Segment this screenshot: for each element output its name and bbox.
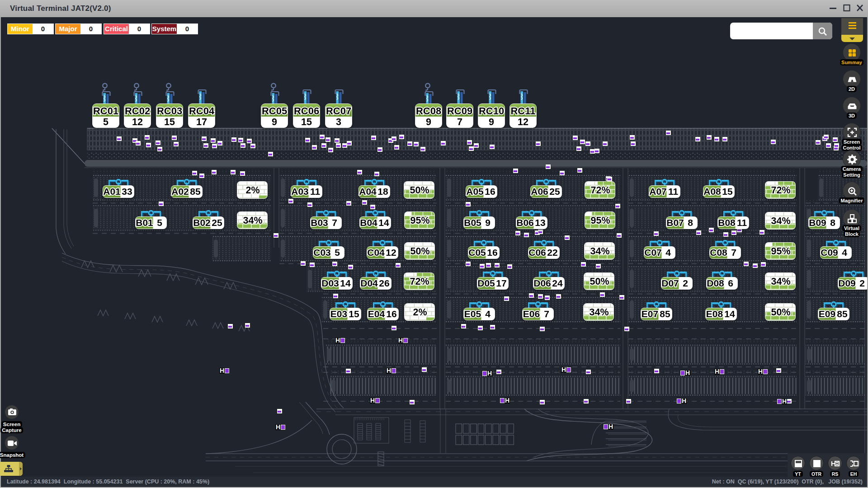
svg-text:4: 4 bbox=[665, 247, 671, 258]
svg-text:85: 85 bbox=[837, 309, 848, 319]
svg-text:D04: D04 bbox=[360, 278, 378, 288]
svg-text:15: 15 bbox=[722, 186, 733, 197]
svg-text:A03: A03 bbox=[291, 186, 309, 197]
svg-text:A01: A01 bbox=[103, 186, 121, 197]
svg-text:B08: B08 bbox=[718, 217, 736, 228]
svg-text:RC04: RC04 bbox=[189, 105, 215, 117]
svg-text:A07: A07 bbox=[649, 186, 667, 197]
svg-text:14: 14 bbox=[378, 217, 389, 228]
svg-text:A08: A08 bbox=[703, 186, 721, 197]
svg-text:RC01: RC01 bbox=[93, 105, 118, 117]
svg-text:2: 2 bbox=[683, 278, 688, 288]
svg-text:B01: B01 bbox=[136, 217, 153, 228]
svg-text:A02: A02 bbox=[171, 186, 189, 197]
svg-text:34%: 34% bbox=[590, 246, 609, 257]
svg-text:2%: 2% bbox=[245, 185, 259, 196]
svg-text:17: 17 bbox=[196, 117, 207, 127]
svg-text:72%: 72% bbox=[771, 185, 790, 196]
svg-text:95%: 95% bbox=[771, 246, 790, 257]
svg-text:B02: B02 bbox=[193, 217, 211, 228]
svg-text:D06: D06 bbox=[533, 278, 551, 288]
svg-text:17: 17 bbox=[496, 278, 506, 288]
svg-text:9: 9 bbox=[489, 117, 494, 127]
svg-text:15: 15 bbox=[164, 117, 175, 127]
svg-text:2: 2 bbox=[859, 278, 865, 288]
svg-text:12: 12 bbox=[132, 117, 143, 127]
svg-text:5: 5 bbox=[157, 217, 162, 228]
svg-text:RC05: RC05 bbox=[262, 105, 287, 117]
svg-text:95%: 95% bbox=[590, 215, 610, 226]
svg-text:85: 85 bbox=[190, 186, 201, 197]
svg-text:50%: 50% bbox=[771, 307, 790, 318]
svg-text:RC07: RC07 bbox=[326, 105, 351, 117]
svg-text:E09: E09 bbox=[819, 309, 835, 319]
svg-text:34%: 34% bbox=[589, 307, 609, 318]
svg-text:26: 26 bbox=[379, 278, 389, 288]
svg-text:C04: C04 bbox=[367, 247, 385, 258]
svg-text:5: 5 bbox=[103, 117, 108, 127]
svg-text:72%: 72% bbox=[410, 276, 429, 287]
svg-text:16: 16 bbox=[485, 186, 495, 197]
svg-text:E03: E03 bbox=[330, 309, 347, 319]
svg-text:4: 4 bbox=[842, 247, 847, 258]
svg-text:72%: 72% bbox=[590, 185, 610, 196]
svg-text:RC02: RC02 bbox=[125, 105, 150, 117]
svg-text:7: 7 bbox=[731, 247, 736, 258]
svg-text:C06: C06 bbox=[528, 247, 546, 258]
svg-text:8: 8 bbox=[688, 217, 693, 228]
svg-text:34%: 34% bbox=[771, 276, 790, 287]
svg-text:34%: 34% bbox=[243, 215, 262, 226]
svg-text:15: 15 bbox=[349, 309, 359, 319]
svg-text:E04: E04 bbox=[368, 309, 385, 319]
svg-text:9: 9 bbox=[426, 117, 431, 127]
svg-text:95%: 95% bbox=[410, 215, 429, 226]
svg-text:D05: D05 bbox=[477, 278, 495, 288]
svg-text:D09: D09 bbox=[838, 278, 856, 288]
svg-text:9: 9 bbox=[485, 217, 491, 228]
svg-text:25: 25 bbox=[549, 186, 560, 197]
svg-text:4: 4 bbox=[485, 309, 491, 319]
svg-text:B05: B05 bbox=[464, 217, 481, 228]
svg-text:7: 7 bbox=[332, 217, 337, 228]
svg-text:18: 18 bbox=[377, 186, 388, 197]
svg-text:3: 3 bbox=[336, 117, 341, 127]
svg-text:50%: 50% bbox=[410, 246, 429, 257]
svg-text:RC10: RC10 bbox=[479, 105, 504, 117]
svg-text:E05: E05 bbox=[464, 309, 481, 319]
svg-text:34%: 34% bbox=[771, 216, 790, 226]
svg-text:6: 6 bbox=[728, 278, 733, 288]
svg-text:RC06: RC06 bbox=[294, 105, 319, 117]
svg-text:50%: 50% bbox=[410, 185, 429, 196]
svg-text:RC03: RC03 bbox=[157, 105, 182, 117]
svg-text:RC11: RC11 bbox=[510, 105, 535, 117]
svg-text:11: 11 bbox=[310, 186, 321, 197]
svg-text:33: 33 bbox=[122, 186, 132, 197]
svg-text:C09: C09 bbox=[821, 247, 838, 258]
svg-text:7: 7 bbox=[544, 309, 549, 319]
svg-text:15: 15 bbox=[301, 117, 312, 127]
svg-text:13: 13 bbox=[535, 217, 545, 228]
svg-text:C08: C08 bbox=[710, 247, 727, 258]
svg-text:E06: E06 bbox=[523, 309, 540, 319]
svg-text:C05: C05 bbox=[468, 247, 486, 258]
svg-text:E07: E07 bbox=[642, 309, 658, 319]
svg-text:12: 12 bbox=[518, 117, 528, 127]
svg-text:C07: C07 bbox=[644, 247, 662, 258]
svg-text:RC09: RC09 bbox=[447, 105, 472, 117]
svg-text:D08: D08 bbox=[707, 278, 724, 288]
svg-text:A05: A05 bbox=[466, 186, 484, 197]
svg-text:9: 9 bbox=[272, 117, 277, 127]
svg-text:B04: B04 bbox=[360, 217, 377, 228]
svg-text:A04: A04 bbox=[359, 186, 377, 197]
svg-text:2%: 2% bbox=[413, 307, 427, 318]
svg-text:C03: C03 bbox=[313, 247, 331, 258]
svg-text:E08: E08 bbox=[706, 309, 723, 319]
svg-text:16: 16 bbox=[386, 309, 396, 319]
svg-text:16: 16 bbox=[487, 247, 497, 258]
svg-text:D07: D07 bbox=[661, 278, 679, 288]
svg-text:14: 14 bbox=[340, 278, 351, 288]
svg-text:11: 11 bbox=[668, 186, 679, 197]
svg-text:B06: B06 bbox=[516, 217, 534, 228]
svg-text:B03: B03 bbox=[311, 217, 328, 228]
svg-text:A06: A06 bbox=[531, 186, 548, 197]
